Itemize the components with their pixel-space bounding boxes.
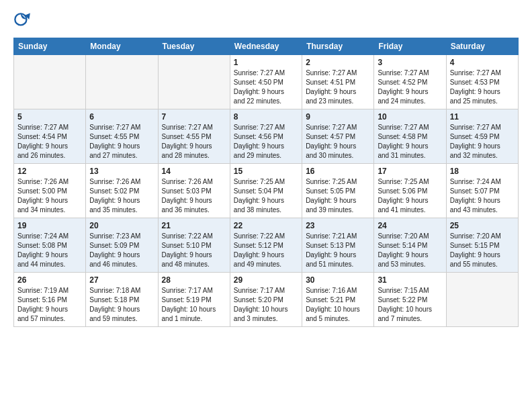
calendar-day-cell: 12Sunrise: 7:26 AMSunset: 5:00 PMDayligh… <box>14 164 86 218</box>
day-number: 4 <box>450 58 515 67</box>
day-number: 31 <box>378 275 442 285</box>
calendar-day-cell: 4Sunrise: 7:27 AMSunset: 4:53 PMDaylight… <box>446 55 518 109</box>
calendar-day-cell: 30Sunrise: 7:16 AMSunset: 5:21 PMDayligh… <box>302 273 374 327</box>
calendar-day-cell: 14Sunrise: 7:26 AMSunset: 5:03 PMDayligh… <box>158 164 230 218</box>
calendar-week-row: 19Sunrise: 7:24 AMSunset: 5:08 PMDayligh… <box>14 218 519 273</box>
calendar-day-cell: 19Sunrise: 7:24 AMSunset: 5:08 PMDayligh… <box>14 218 86 273</box>
day-number: 29 <box>234 275 298 285</box>
day-number: 23 <box>306 221 370 230</box>
day-number: 13 <box>89 167 154 176</box>
calendar-day-cell: 15Sunrise: 7:25 AMSunset: 5:04 PMDayligh… <box>230 164 302 218</box>
calendar-day-cell: 31Sunrise: 7:15 AMSunset: 5:22 PMDayligh… <box>374 273 446 327</box>
weekday-header: Saturday <box>446 38 518 55</box>
weekday-header: Friday <box>374 38 446 55</box>
calendar-week-row: 1Sunrise: 7:27 AMSunset: 4:50 PMDaylight… <box>14 55 519 109</box>
day-number: 15 <box>234 167 298 176</box>
day-number: 26 <box>17 275 82 285</box>
day-info: Sunrise: 7:21 AMSunset: 5:13 PMDaylight:… <box>306 232 370 269</box>
day-info: Sunrise: 7:27 AMSunset: 4:52 PMDaylight:… <box>378 68 442 106</box>
page: SundayMondayTuesdayWednesdayThursdayFrid… <box>0 0 532 411</box>
calendar-day-cell: 1Sunrise: 7:27 AMSunset: 4:50 PMDaylight… <box>230 55 302 109</box>
day-info: Sunrise: 7:27 AMSunset: 4:51 PMDaylight:… <box>306 68 370 106</box>
weekday-header: Sunday <box>14 38 86 55</box>
day-info: Sunrise: 7:17 AMSunset: 5:19 PMDaylight:… <box>162 286 226 324</box>
calendar-day-cell: 26Sunrise: 7:19 AMSunset: 5:16 PMDayligh… <box>14 273 86 327</box>
day-number: 3 <box>378 58 442 67</box>
day-number: 25 <box>450 221 515 230</box>
logo-icon <box>13 12 32 31</box>
calendar-day-cell: 24Sunrise: 7:20 AMSunset: 5:14 PMDayligh… <box>374 218 446 273</box>
calendar-day-cell: 6Sunrise: 7:27 AMSunset: 4:55 PMDaylight… <box>86 109 158 164</box>
calendar-day-cell: 9Sunrise: 7:27 AMSunset: 4:57 PMDaylight… <box>302 109 374 164</box>
calendar-day-cell: 28Sunrise: 7:17 AMSunset: 5:19 PMDayligh… <box>158 273 230 327</box>
day-info: Sunrise: 7:27 AMSunset: 4:55 PMDaylight:… <box>89 123 154 161</box>
day-number: 20 <box>89 221 154 230</box>
calendar-day-cell: 25Sunrise: 7:20 AMSunset: 5:15 PMDayligh… <box>446 218 518 273</box>
calendar-day-cell: 23Sunrise: 7:21 AMSunset: 5:13 PMDayligh… <box>302 218 374 273</box>
day-info: Sunrise: 7:22 AMSunset: 5:12 PMDaylight:… <box>234 232 298 269</box>
day-number: 8 <box>234 112 298 122</box>
day-info: Sunrise: 7:22 AMSunset: 5:10 PMDaylight:… <box>162 232 226 269</box>
day-info: Sunrise: 7:18 AMSunset: 5:18 PMDaylight:… <box>89 286 154 324</box>
day-info: Sunrise: 7:27 AMSunset: 4:50 PMDaylight:… <box>234 68 298 106</box>
calendar-week-row: 12Sunrise: 7:26 AMSunset: 5:00 PMDayligh… <box>14 164 519 218</box>
day-info: Sunrise: 7:27 AMSunset: 4:54 PMDaylight:… <box>17 123 82 161</box>
day-number: 18 <box>450 167 515 176</box>
day-info: Sunrise: 7:27 AMSunset: 4:57 PMDaylight:… <box>306 123 370 161</box>
day-info: Sunrise: 7:25 AMSunset: 5:04 PMDaylight:… <box>234 177 298 215</box>
calendar-day-cell: 10Sunrise: 7:27 AMSunset: 4:58 PMDayligh… <box>374 109 446 164</box>
weekday-header: Monday <box>86 38 158 55</box>
day-number: 21 <box>162 221 226 230</box>
day-number: 9 <box>306 112 370 122</box>
day-number: 24 <box>378 221 442 230</box>
svg-point-0 <box>15 13 26 25</box>
day-number: 16 <box>306 167 370 176</box>
day-number: 5 <box>17 112 82 122</box>
calendar-day-cell <box>446 273 518 327</box>
day-info: Sunrise: 7:26 AMSunset: 5:00 PMDaylight:… <box>17 177 82 215</box>
calendar-header-row: SundayMondayTuesdayWednesdayThursdayFrid… <box>14 38 519 55</box>
day-number: 17 <box>378 167 442 176</box>
day-number: 11 <box>450 112 515 122</box>
day-info: Sunrise: 7:19 AMSunset: 5:16 PMDaylight:… <box>17 286 82 324</box>
day-info: Sunrise: 7:17 AMSunset: 5:20 PMDaylight:… <box>234 286 298 324</box>
calendar-day-cell: 27Sunrise: 7:18 AMSunset: 5:18 PMDayligh… <box>86 273 158 327</box>
day-info: Sunrise: 7:20 AMSunset: 5:14 PMDaylight:… <box>378 232 442 269</box>
day-info: Sunrise: 7:27 AMSunset: 4:59 PMDaylight:… <box>450 123 515 161</box>
day-number: 12 <box>17 167 82 176</box>
day-number: 22 <box>234 221 298 230</box>
calendar-day-cell: 2Sunrise: 7:27 AMSunset: 4:51 PMDaylight… <box>302 55 374 109</box>
day-info: Sunrise: 7:27 AMSunset: 4:53 PMDaylight:… <box>450 68 515 106</box>
day-info: Sunrise: 7:24 AMSunset: 5:07 PMDaylight:… <box>450 177 515 215</box>
calendar-table: SundayMondayTuesdayWednesdayThursdayFrid… <box>13 38 519 327</box>
day-info: Sunrise: 7:20 AMSunset: 5:15 PMDaylight:… <box>450 232 515 269</box>
day-info: Sunrise: 7:27 AMSunset: 4:58 PMDaylight:… <box>378 123 442 161</box>
calendar-day-cell: 3Sunrise: 7:27 AMSunset: 4:52 PMDaylight… <box>374 55 446 109</box>
day-number: 30 <box>306 275 370 285</box>
day-number: 10 <box>378 112 442 122</box>
day-info: Sunrise: 7:26 AMSunset: 5:02 PMDaylight:… <box>89 177 154 215</box>
weekday-header: Wednesday <box>230 38 302 55</box>
day-info: Sunrise: 7:23 AMSunset: 5:09 PMDaylight:… <box>89 232 154 269</box>
calendar-day-cell <box>158 55 230 109</box>
calendar-day-cell: 7Sunrise: 7:27 AMSunset: 4:55 PMDaylight… <box>158 109 230 164</box>
calendar-day-cell: 11Sunrise: 7:27 AMSunset: 4:59 PMDayligh… <box>446 109 518 164</box>
logo <box>13 12 35 31</box>
day-number: 27 <box>89 275 154 285</box>
calendar-day-cell: 18Sunrise: 7:24 AMSunset: 5:07 PMDayligh… <box>446 164 518 218</box>
day-number: 14 <box>162 167 226 176</box>
day-number: 7 <box>162 112 226 122</box>
day-info: Sunrise: 7:24 AMSunset: 5:08 PMDaylight:… <box>17 232 82 269</box>
day-info: Sunrise: 7:16 AMSunset: 5:21 PMDaylight:… <box>306 286 370 324</box>
day-info: Sunrise: 7:15 AMSunset: 5:22 PMDaylight:… <box>378 286 442 324</box>
calendar-day-cell: 13Sunrise: 7:26 AMSunset: 5:02 PMDayligh… <box>86 164 158 218</box>
calendar-day-cell: 5Sunrise: 7:27 AMSunset: 4:54 PMDaylight… <box>14 109 86 164</box>
day-info: Sunrise: 7:26 AMSunset: 5:03 PMDaylight:… <box>162 177 226 215</box>
weekday-header: Thursday <box>302 38 374 55</box>
weekday-header: Tuesday <box>158 38 230 55</box>
day-info: Sunrise: 7:25 AMSunset: 5:06 PMDaylight:… <box>378 177 442 215</box>
calendar-day-cell: 16Sunrise: 7:25 AMSunset: 5:05 PMDayligh… <box>302 164 374 218</box>
day-number: 6 <box>89 112 154 122</box>
calendar-day-cell: 20Sunrise: 7:23 AMSunset: 5:09 PMDayligh… <box>86 218 158 273</box>
day-number: 19 <box>17 221 82 230</box>
